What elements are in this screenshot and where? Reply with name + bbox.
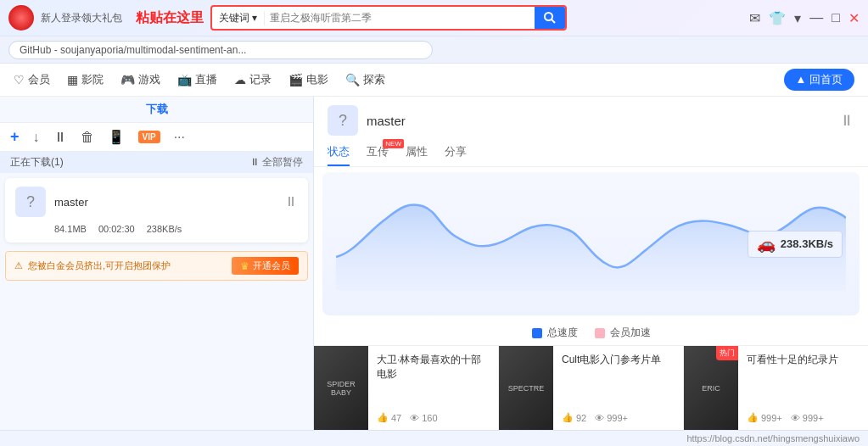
chart-section: ? master ⏸ 状态 互传 NEW 属性 分享 (314, 97, 868, 430)
file-size: 84.1MB (54, 224, 87, 234)
pause-all-btn[interactable]: ⏸ 全部暂停 (249, 155, 303, 170)
like-icon-2: 👍 (562, 412, 574, 423)
nav-live[interactable]: 📺 直播 (177, 72, 217, 87)
legend-total-dot (532, 328, 542, 338)
speed-badge: 🚗 238.3KB/s (748, 231, 843, 258)
rec-title-3: 可看性十足的纪录片 (747, 353, 860, 367)
nav-explore-label: 探索 (363, 72, 385, 87)
cloud-icon: ☁ (234, 73, 246, 86)
nav-movie[interactable]: 🎬 电影 (288, 72, 328, 87)
movie-icon: 🎬 (288, 73, 303, 86)
nav-bar: ♡ 会员 ▦ 影院 🎮 游戏 📺 直播 ☁ 记录 🎬 电影 🔍 探索 ▲ 回首页 (0, 64, 868, 97)
new-badge: NEW (383, 139, 404, 148)
maximize-icon[interactable]: □ (832, 10, 840, 25)
like-count-1: 47 (391, 413, 401, 423)
vip-warning: ⚠ 您被白金会员挤出,可开启抱团保护 ♛ 开通会员 (5, 251, 308, 281)
search-button[interactable] (535, 7, 565, 29)
dl-toolbar: + ↓ ⏸ 🗑 📱 VIP ··· (0, 123, 313, 152)
crown-icon: ♛ (240, 260, 249, 272)
rec-info-1: 大卫·林奇最喜欢的十部电影 👍 47 👁 160 (368, 346, 498, 430)
heart-icon: ♡ (14, 73, 25, 86)
vip-badge[interactable]: VIP (138, 131, 160, 143)
chart-legend: 总速度 会员加速 (314, 321, 868, 345)
nav-member[interactable]: ♡ 会员 (14, 72, 50, 87)
status-url: https://blog.csdn.net/hingsmengshuixiawo (686, 433, 860, 443)
view-icon-3: 👁 (791, 413, 800, 423)
warning-icon: ⚠ (14, 260, 23, 271)
chevron-down-icon: ▾ (252, 12, 257, 24)
nav-explore[interactable]: 🔍 探索 (345, 72, 385, 87)
nav-history[interactable]: ☁ 记录 (234, 72, 272, 87)
svg-point-0 (545, 13, 552, 20)
pause-btn[interactable]: ⏸ (53, 130, 67, 145)
rec-stats-2: 👍 92 👁 999+ (562, 412, 675, 423)
view-icon-1: 👁 (410, 413, 419, 423)
more-btn[interactable]: ··· (174, 130, 185, 145)
chart-header: ? master ⏸ (314, 97, 868, 141)
tab-transfer[interactable]: 互传 NEW (367, 141, 389, 166)
close-icon[interactable]: ✕ (848, 10, 860, 26)
legend-member-dot (595, 328, 605, 338)
nav-member-label: 会员 (28, 72, 50, 87)
view-count-1: 160 (422, 413, 437, 423)
legend-total-label: 总速度 (547, 326, 578, 340)
main-area: 下载 + ↓ ⏸ 🗑 📱 VIP ··· 正在下载(1) ⏸ 全部暂停 ? ma… (0, 97, 868, 430)
rec-likes-1: 👍 47 (377, 412, 401, 423)
phone-btn[interactable]: 📱 (108, 129, 125, 145)
url-bar[interactable] (8, 41, 433, 59)
game-icon: 🎮 (120, 73, 135, 86)
tab-properties[interactable]: 属性 (406, 141, 428, 166)
download-btn[interactable]: ↓ (33, 130, 40, 145)
rec-card-1[interactable]: SPIDERBABY 大卫·林奇最喜欢的十部电影 👍 47 👁 160 (314, 346, 499, 430)
legend-total: 总速度 (532, 326, 578, 340)
search-icon (543, 11, 557, 25)
rec-title-1: 大卫·林奇最喜欢的十部电影 (377, 353, 490, 382)
chart-pause-btn[interactable]: ⏸ (839, 112, 854, 130)
nav-game[interactable]: 🎮 游戏 (120, 72, 160, 87)
like-icon-1: 👍 (377, 412, 389, 423)
rec-views-3: 👁 999+ (791, 412, 824, 423)
search-input[interactable] (265, 12, 535, 24)
shirt-icon[interactable]: 👕 (769, 10, 786, 26)
tab-share[interactable]: 分享 (445, 141, 467, 166)
active-downloads-label: 正在下载(1) (10, 155, 64, 170)
file-icon: ? (15, 187, 46, 217)
nav-live-label: 直播 (195, 72, 217, 87)
top-bar: 新人登录领大礼包 粘贴在这里 关键词 ▾ ✉ 👕 ▾ — □ ✕ (0, 0, 868, 36)
download-item: ? master ⏸ 84.1MB 00:02:30 238KB/s (5, 178, 308, 243)
chart-file-name: master (367, 114, 831, 128)
hot-badge: 热门 (716, 346, 738, 360)
nav-history-label: 记录 (249, 72, 272, 87)
svg-line-1 (552, 20, 555, 23)
download-speed: 238KB/s (147, 224, 182, 234)
delete-btn[interactable]: 🗑 (81, 130, 94, 145)
rec-card-3[interactable]: ERIC 热门 可看性十足的纪录片 👍 999+ 👁 999+ (684, 346, 868, 430)
live-icon: 📺 (177, 73, 192, 86)
tab-status[interactable]: 状态 (328, 141, 350, 166)
file-name: master (54, 196, 276, 209)
view-count-2: 999+ (607, 413, 628, 423)
rec-views-2: 👁 999+ (595, 412, 628, 423)
nav-game-label: 游戏 (138, 72, 160, 87)
download-title: 下载 (146, 102, 168, 117)
rec-poster-1: SPIDERBABY (314, 346, 368, 430)
tab-properties-label: 属性 (406, 145, 428, 158)
dropdown-icon[interactable]: ▾ (794, 10, 801, 26)
time-remaining: 00:02:30 (98, 224, 135, 234)
chart-tabs: 状态 互传 NEW 属性 分享 (314, 141, 868, 167)
active-downloads-header: 正在下载(1) ⏸ 全部暂停 (0, 152, 313, 173)
rec-stats-3: 👍 999+ 👁 999+ (747, 412, 860, 423)
recommendations-row: SPIDERBABY 大卫·林奇最喜欢的十部电影 👍 47 👁 160 (314, 345, 868, 430)
rec-card-2[interactable]: SPECTRE Cult电影入门参考片单 👍 92 👁 999+ (499, 346, 684, 430)
home-button[interactable]: ▲ 回首页 (784, 69, 854, 91)
search-dropdown-label: 关键词 (219, 11, 249, 25)
nav-cinema[interactable]: ▦ 影院 (67, 72, 104, 87)
item-pause-btn[interactable]: ⏸ (284, 194, 298, 209)
open-vip-btn[interactable]: ♛ 开通会员 (232, 257, 299, 275)
mail-icon[interactable]: ✉ (749, 10, 760, 26)
minimize-icon[interactable]: — (809, 10, 823, 25)
vip-warning-text: 您被白金会员挤出,可开启抱团保护 (28, 259, 171, 272)
search-dropdown[interactable]: 关键词 ▾ (212, 11, 265, 25)
status-bar: https://blog.csdn.net/hingsmengshuixiawo (0, 430, 868, 446)
add-download-btn[interactable]: + (10, 128, 20, 146)
